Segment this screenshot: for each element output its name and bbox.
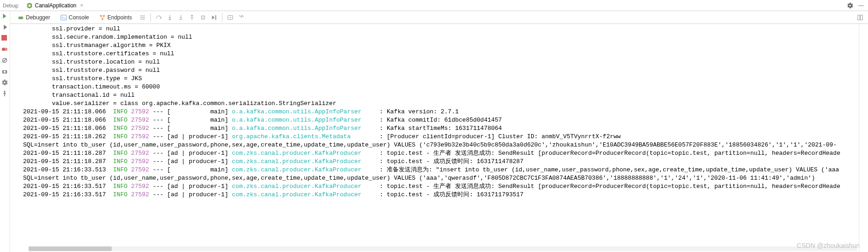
separator — [150, 13, 151, 22]
svg-rect-21 — [861, 15, 862, 20]
endpoints-icon — [99, 14, 106, 21]
view-breakpoints-icon[interactable] — [1, 46, 9, 53]
force-step-into-icon[interactable] — [176, 12, 186, 23]
svg-point-3 — [4, 48, 7, 51]
right-gutter — [859, 24, 868, 252]
tab-debugger[interactable]: Debugger — [13, 11, 55, 23]
svg-rect-9 — [18, 17, 24, 19]
svg-rect-16 — [169, 19, 171, 20]
tab-debugger-label: Debugger — [26, 14, 50, 21]
settings-rail-icon[interactable] — [1, 79, 9, 87]
tab-endpoints[interactable]: Endpoints — [95, 11, 137, 23]
tab-console-label: Console — [69, 14, 89, 21]
hide-icon[interactable]: — — [857, 1, 865, 10]
scrollbar-thumb[interactable] — [29, 246, 112, 251]
rerun-icon[interactable] — [1, 13, 9, 20]
mute-breakpoints-icon[interactable] — [1, 57, 9, 64]
svg-line-10 — [19, 16, 20, 17]
pin-icon[interactable] — [1, 90, 9, 98]
svg-line-11 — [22, 16, 23, 17]
evaluate-icon[interactable] — [225, 12, 235, 23]
settings-icon[interactable] — [846, 1, 854, 10]
resume-icon[interactable] — [1, 24, 9, 31]
svg-point-7 — [3, 71, 5, 73]
trace-icon[interactable] — [236, 12, 246, 23]
layout-settings-icon[interactable] — [855, 12, 865, 23]
stop-icon[interactable] — [1, 35, 9, 42]
drop-frame-icon[interactable] — [198, 12, 208, 23]
horizontal-scrollbar[interactable] — [29, 246, 857, 251]
step-over-icon[interactable] — [154, 12, 164, 23]
close-tab-icon[interactable]: × — [80, 2, 84, 9]
step-into-icon[interactable] — [165, 12, 175, 23]
debug-actions-rail — [0, 11, 10, 252]
step-out-icon[interactable] — [187, 12, 197, 23]
debug-toolbar: Debugger Console Endpoints — [10, 11, 868, 24]
tab-console[interactable]: Console — [56, 11, 94, 23]
svg-rect-18 — [216, 15, 216, 20]
svg-point-0 — [29, 4, 31, 6]
svg-rect-17 — [191, 15, 193, 16]
spring-boot-icon — [26, 2, 33, 9]
svg-rect-1 — [1, 35, 7, 41]
threads-icon[interactable] — [138, 12, 148, 23]
console-icon — [60, 14, 67, 21]
debug-tabs-bar: Debug: CanalApplication × — — [0, 0, 868, 11]
run-tab-canalapplication[interactable]: CanalApplication × — [23, 1, 87, 10]
svg-rect-8 — [4, 94, 5, 96]
console-output-area[interactable]: ssl.provider = null ssl.secure.random.im… — [10, 24, 868, 252]
run-to-cursor-icon[interactable] — [209, 12, 219, 23]
debug-label: Debug: — [3, 3, 19, 8]
debugger-icon — [18, 14, 24, 21]
svg-rect-20 — [858, 15, 860, 20]
tab-endpoints-label: Endpoints — [108, 14, 132, 21]
console-text: ssl.provider = null ssl.secure.random.im… — [10, 24, 868, 208]
svg-rect-12 — [61, 15, 66, 20]
run-tab-label: CanalApplication — [35, 2, 76, 9]
camera-icon[interactable] — [1, 68, 9, 76]
main-panel: Debugger Console Endpoints ssl.provider … — [10, 11, 868, 252]
separator — [222, 13, 222, 22]
